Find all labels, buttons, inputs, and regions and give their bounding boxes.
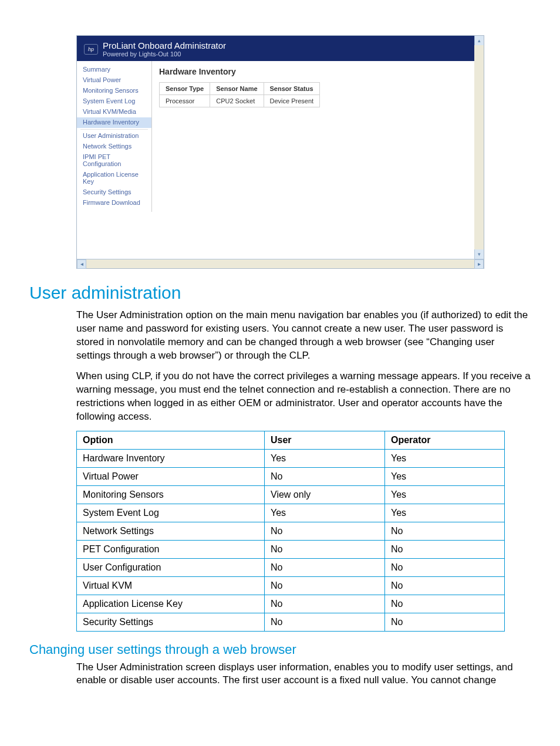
table-row: Virtual PowerNoYes xyxy=(77,467,505,485)
hp-logo-icon: hp xyxy=(84,44,98,55)
nav-hardware-inventory[interactable]: Hardware Inventory xyxy=(77,117,151,128)
cell-sensor-name: CPU2 Socket xyxy=(210,95,264,107)
scrollbar-left-icon[interactable]: ◂ xyxy=(77,259,86,269)
nav-firmware-download[interactable]: Firmware Download xyxy=(77,198,151,208)
nav-virtual-power[interactable]: Virtual Power xyxy=(77,75,151,86)
nav-application-license-key[interactable]: Application License Key xyxy=(77,170,151,187)
content-heading: Hardware Inventory xyxy=(159,67,320,76)
table-row: Processor CPU2 Socket Device Present xyxy=(160,95,320,107)
table-row: Application License KeyNoNo xyxy=(77,595,505,613)
body-paragraph: The User Administration option on the ma… xyxy=(76,309,531,363)
inventory-table: Sensor Type Sensor Name Sensor Status Pr… xyxy=(159,82,320,107)
cell-sensor-type: Processor xyxy=(160,95,210,107)
table-row: Hardware InventoryYesYes xyxy=(77,449,505,467)
nav-user-administration[interactable]: User Administration xyxy=(77,131,151,141)
table-row: Network SettingsNoNo xyxy=(77,522,505,540)
nav-virtual-kvm-media[interactable]: Virtual KVM/Media xyxy=(77,107,151,117)
app-body: Summary Virtual Power Monitoring Sensors… xyxy=(77,61,474,212)
cell-sensor-status: Device Present xyxy=(264,95,320,107)
scrollbar-up-icon[interactable]: ▴ xyxy=(474,36,484,45)
nav-security-settings[interactable]: Security Settings xyxy=(77,187,151,198)
col-operator: Operator xyxy=(385,431,505,449)
col-sensor-name: Sensor Name xyxy=(210,83,264,95)
embedded-screenshot: ▴ ▾ hp ProLiant Onboard Administrator Po… xyxy=(76,35,484,269)
nav-network-settings[interactable]: Network Settings xyxy=(77,141,151,152)
nav-summary[interactable]: Summary xyxy=(77,65,151,75)
scrollbar-right-icon[interactable]: ▸ xyxy=(474,259,484,269)
scrollbar-down-icon[interactable]: ▾ xyxy=(474,249,484,259)
nav-ipmi-pet-configuration[interactable]: IPMI PET Configuration xyxy=(77,152,151,170)
col-user: User xyxy=(265,431,385,449)
body-paragraph: The User Administration screen displays … xyxy=(76,661,531,688)
nav-monitoring-sensors[interactable]: Monitoring Sensors xyxy=(77,86,151,96)
app-window: hp ProLiant Onboard Administrator Powere… xyxy=(77,36,474,259)
brand-bar: hp ProLiant Onboard Administrator Powere… xyxy=(77,36,474,61)
permissions-table: Option User Operator Hardware InventoryY… xyxy=(76,431,505,632)
heading-user-administration: User administration xyxy=(29,283,531,303)
body-paragraph: When using CLP, if you do not have the c… xyxy=(76,370,531,424)
nav-system-event-log[interactable]: System Event Log xyxy=(77,96,151,107)
table-row: Monitoring SensorsView onlyYes xyxy=(77,485,505,504)
col-sensor-type: Sensor Type xyxy=(160,83,210,95)
brand-subtitle: Powered by Lights-Out 100 xyxy=(103,50,226,58)
table-row: User ConfigurationNoNo xyxy=(77,558,505,576)
heading-changing-user-settings: Changing user settings through a web bro… xyxy=(29,642,531,657)
content-area: Hardware Inventory Sensor Type Sensor Na… xyxy=(152,61,327,212)
col-option: Option xyxy=(77,431,265,449)
nav-divider xyxy=(80,129,148,130)
table-row: PET ConfigurationNoNo xyxy=(77,540,505,558)
table-row: System Event LogYesYes xyxy=(77,504,505,522)
brand-title: ProLiant Onboard Administrator xyxy=(103,40,226,50)
side-nav: Summary Virtual Power Monitoring Sensors… xyxy=(77,61,152,212)
table-row: Security SettingsNoNo xyxy=(77,613,505,631)
horizontal-scrollbar[interactable]: ◂ ▸ xyxy=(77,259,484,268)
col-sensor-status: Sensor Status xyxy=(264,83,320,95)
table-header-row: Sensor Type Sensor Name Sensor Status xyxy=(160,83,320,95)
table-row: Virtual KVMNoNo xyxy=(77,576,505,595)
table-header-row: Option User Operator xyxy=(77,431,505,449)
